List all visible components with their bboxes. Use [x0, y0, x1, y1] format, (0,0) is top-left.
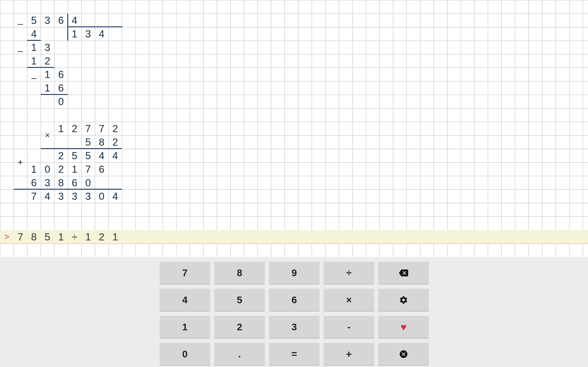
partial-digit: 0	[41, 162, 54, 176]
key-3[interactable]: 3	[269, 316, 320, 339]
multiplicand-digit: 2	[108, 122, 122, 135]
key-decimal[interactable]: .	[214, 343, 265, 366]
partial-digit: 3	[41, 176, 54, 190]
partial-digit: 4	[108, 149, 122, 162]
dividend-digit: 6	[54, 14, 68, 27]
multiplicand-digit: 2	[68, 122, 81, 135]
sub-digit: 4	[27, 27, 41, 41]
partial-digit: 2	[54, 162, 68, 176]
partial-digit: 1	[27, 162, 41, 176]
minus-sign: –	[14, 17, 27, 31]
dividend-digit: 3	[41, 14, 54, 27]
product-digit: 3	[68, 190, 81, 203]
divisor-digit: 4	[68, 14, 81, 27]
partial-digit: 6	[68, 176, 81, 190]
key-8[interactable]: 8	[214, 261, 265, 284]
sub-digit: 1	[41, 81, 54, 95]
product-digit: 4	[41, 190, 54, 203]
input-char[interactable]: 1	[81, 230, 95, 244]
minus-sign: –	[14, 44, 27, 58]
quotient-digit: 1	[68, 27, 81, 41]
key-1[interactable]: 1	[160, 316, 210, 339]
rem-digit: 0	[54, 95, 68, 108]
keypad-area: 7 8 9 ÷ 4 5 6 × 1 2 3 - ♥ 0 . = +	[0, 257, 588, 367]
sub-digit: 1	[27, 54, 41, 68]
multiplier-digit: 8	[95, 135, 108, 149]
key-5[interactable]: 5	[214, 289, 265, 311]
partial-digit: 5	[68, 149, 81, 162]
key-divide[interactable]: ÷	[324, 261, 374, 284]
key-9[interactable]: 9	[269, 261, 320, 284]
input-char[interactable]: 1	[54, 230, 68, 244]
close-circle-icon	[399, 350, 408, 359]
key-7[interactable]: 7	[160, 261, 210, 284]
rem-digit: 3	[41, 41, 54, 54]
key-clear[interactable]	[378, 343, 429, 366]
sub-digit: 2	[41, 54, 54, 68]
key-minus[interactable]: -	[324, 316, 374, 339]
input-char[interactable]: 1	[108, 230, 122, 244]
rem-digit: 1	[41, 68, 54, 81]
keypad: 7 8 9 ÷ 4 5 6 × 1 2 3 - ♥ 0 . = +	[160, 261, 429, 366]
heart-icon: ♥	[401, 321, 406, 333]
rem-digit: 1	[27, 41, 41, 54]
partial-digit: 7	[81, 162, 95, 176]
quotient-digit: 3	[81, 27, 95, 41]
prompt-caret: >	[0, 230, 14, 244]
partial-digit: 2	[54, 149, 68, 162]
multiplicand-digit: 7	[95, 122, 108, 135]
input-char[interactable]: 8	[27, 230, 41, 244]
partial-digit: 1	[68, 162, 81, 176]
math-workspace: – 5 3 6 4 1 3 4 4 – 1 3 1 2 – 1 6 1 6 0 …	[0, 0, 588, 257]
multiplicand-digit: 1	[54, 122, 68, 135]
partial-digit: 8	[54, 176, 68, 190]
product-digit: 7	[27, 190, 41, 203]
multiplier-digit: 5	[81, 135, 95, 149]
key-favorite[interactable]: ♥	[378, 316, 429, 339]
key-settings[interactable]	[378, 289, 429, 311]
key-equals[interactable]: =	[269, 343, 320, 366]
partial-digit: 5	[81, 149, 95, 162]
product-digit: 3	[81, 190, 95, 203]
minus-sign: –	[27, 71, 41, 85]
key-4[interactable]: 4	[160, 289, 210, 311]
partial-digit: 4	[95, 149, 108, 162]
product-digit: 0	[95, 190, 108, 203]
multiplicand-digit: 7	[81, 122, 95, 135]
key-multiply[interactable]: ×	[324, 289, 374, 311]
partial-digit: 0	[81, 176, 95, 190]
key-backspace[interactable]	[378, 261, 429, 284]
input-char[interactable]: ÷	[68, 230, 81, 244]
sub-digit: 6	[54, 81, 68, 95]
product-digit: 3	[54, 190, 68, 203]
quotient-digit: 4	[95, 27, 108, 41]
input-char[interactable]: 5	[41, 230, 54, 244]
input-char[interactable]: 7	[14, 230, 27, 244]
dividend-digit: 5	[27, 14, 41, 27]
partial-digit: 6	[27, 176, 41, 190]
partial-digit: 6	[95, 162, 108, 176]
key-6[interactable]: 6	[269, 289, 320, 311]
times-sign: ×	[41, 128, 54, 142]
product-digit: 4	[108, 190, 122, 203]
input-char[interactable]: 2	[95, 230, 108, 244]
key-plus[interactable]: +	[324, 343, 374, 366]
rem-digit: 6	[54, 68, 68, 81]
backspace-icon	[399, 268, 408, 277]
plus-sign: +	[14, 156, 27, 169]
gear-icon	[399, 295, 408, 305]
key-2[interactable]: 2	[214, 316, 265, 339]
multiplier-digit: 2	[108, 135, 122, 149]
key-0[interactable]: 0	[160, 343, 210, 366]
